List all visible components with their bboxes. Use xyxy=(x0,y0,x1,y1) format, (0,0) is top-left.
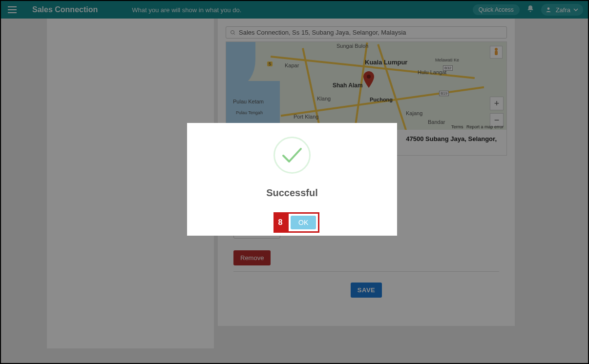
success-check-icon xyxy=(273,137,311,174)
ok-button[interactable]: OK xyxy=(291,216,316,229)
modal-title: Successful xyxy=(266,187,318,199)
step-number: 8 xyxy=(273,212,287,233)
step-annotation: 8 OK xyxy=(273,212,319,233)
success-modal: Successful 8 OK xyxy=(187,123,397,236)
